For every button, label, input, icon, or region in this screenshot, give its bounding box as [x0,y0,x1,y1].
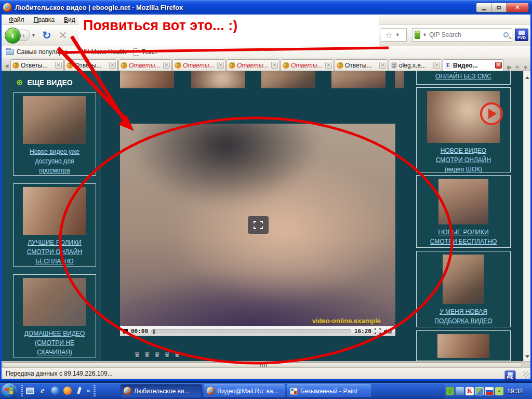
fvd-status-icon[interactable]: FVD [505,370,516,380]
tab-otvety-4[interactable]: ?Ответы...✕ [172,59,226,71]
restore-button[interactable] [491,3,507,12]
ad-thumbnail-placeholder[interactable] [437,334,489,358]
ad-link[interactable]: СМОТРИ БЕСПЛАТНО [419,237,508,246]
title-bar[interactable]: Любительское видео | eboogle.net - Mozil… [0,0,532,15]
tab-scroll-right-icon[interactable]: ▶ [507,64,511,71]
bookmark-mens-health[interactable]: MH Mens Health [82,48,126,56]
menu-view[interactable]: Вид [60,15,79,24]
video-thumbnail-placeholder[interactable] [395,71,404,88]
scroll-up-icon[interactable] [525,76,529,79]
reload-icon[interactable]: ↻ [42,29,51,42]
tray-language-ru-icon[interactable] [485,387,494,395]
menu-file[interactable]: Файл [5,15,29,24]
ad-link[interactable]: ЛУЧШИЕ РОЛИКИ [16,238,94,247]
minimize-button[interactable] [476,3,491,12]
video-player[interactable]: video-online.example 00:00 16:20 [120,124,395,336]
ad-link[interactable]: просмотра [16,166,94,175]
ad-link[interactable]: (СМОТРИ НЕ [16,338,94,348]
seek-thumb[interactable] [153,329,155,334]
search-icon[interactable] [503,32,509,37]
fullscreen-icon[interactable] [375,328,381,334]
play-stop-icon[interactable] [123,329,128,334]
video-thumbnail-placeholder[interactable] [191,71,245,88]
close-button[interactable]: ✕ [507,3,528,12]
task-button-paint[interactable]: Безымянный - Paint [287,384,371,397]
task-button-mailru[interactable]: Видео@Mail.Ru: ва... [204,384,285,397]
firefox-quicklaunch-icon[interactable] [62,385,73,396]
tray-network-monitor-icon[interactable] [456,387,464,395]
tab-close-icon[interactable]: ✕ [433,62,440,69]
tray-home-app-icon[interactable]: ⌂ [446,387,454,395]
tab-active-video[interactable]: EВидео...✕ [443,59,504,71]
seek-bar[interactable] [151,329,351,333]
ad-link[interactable]: У МЕНЯ НОВАЯ [419,307,508,316]
tab-otvety-6[interactable]: ?Ответы...✕ [281,59,334,71]
ad-link[interactable]: Новое видео уже [16,147,94,156]
tab-scroll-left-icon[interactable]: ◀ [3,60,10,71]
stop-icon[interactable]: ✕ [59,29,68,42]
history-dropdown-icon[interactable]: ▼ [31,33,36,38]
tray-wallet-icon[interactable]: ● [495,387,503,395]
ad-link[interactable]: БЕСПЛАТНО [16,257,94,266]
tab-otvety-1[interactable]: ?Ответы...✕ [10,59,64,71]
tab-close-icon[interactable]: ✕ [271,62,278,69]
vertical-scrollbar[interactable] [523,71,530,361]
search-engine-dropdown-icon[interactable]: ▼ [422,32,427,37]
tab-close-icon[interactable]: ✕ [495,62,502,69]
video-thumbnail-placeholder[interactable] [120,71,174,88]
ad-thumbnail-placeholder[interactable] [23,187,86,235]
volume-icon[interactable] [384,328,392,334]
ad-thumbnail-placeholder[interactable] [438,179,488,224]
ad-link[interactable]: ДОМАШНЕЕ ВИДЕО [16,329,94,338]
horizontal-scrollbar[interactable] [2,361,530,367]
scroll-down-icon[interactable] [525,355,529,358]
tab-otvety-7[interactable]: ?Ответы...✕ [335,59,388,71]
ad-link[interactable]: НОВОЕ ВИДЕО [419,146,508,155]
start-button[interactable] [2,383,17,398]
ad-link[interactable]: НОВЫЕ РОЛИКИ [419,228,508,237]
bookmark-text[interactable]: Текст [134,48,157,56]
paint-brush-icon[interactable] [74,385,84,396]
qip-engine-icon[interactable] [415,31,420,39]
menu-edit[interactable]: Правка [30,15,59,24]
fullscreen-overlay-button[interactable] [248,216,269,234]
bookmark-popular[interactable]: Самые популярнь... [6,48,74,56]
video-thumbnail-placeholder[interactable] [331,71,385,88]
ad-thumbnail-placeholder[interactable] [443,255,484,304]
ad-link[interactable]: ОНЛАЙН без СМС [419,72,508,81]
ad-link[interactable]: СМОТРИ ОНЛАЙН [419,155,508,165]
tray-image-app-icon[interactable] [475,387,484,395]
hscroll-thumb[interactable] [3,362,522,367]
bookmark-star-icon[interactable]: ☆ [385,30,392,40]
addressbar-dropdown-icon[interactable]: ▼ [395,32,400,37]
tab-otvety-3[interactable]: ?Ответы...✕ [118,59,172,71]
show-desktop-icon[interactable] [25,385,35,396]
fvd-downloader-icon[interactable]: FVD [515,29,528,41]
tab-otvety-2[interactable]: ?Ответы...✕ [64,59,118,71]
new-tab-icon[interactable]: ✛ [515,64,520,71]
tray-antivirus-icon[interactable]: K [466,387,474,395]
tab-close-icon[interactable]: ✕ [325,62,332,69]
list-tabs-icon[interactable]: ▼ [523,64,528,71]
tab-otvety-5[interactable]: ?Ответы...✕ [227,59,280,71]
ad-link[interactable]: СМОТРИ ОНЛАЙН [16,247,94,257]
ad-link[interactable]: ПОДБОРКА ВИДЕО [419,316,508,326]
ad-link[interactable]: (видео ШОК) [419,165,508,174]
ad-link[interactable]: доступно для [16,156,94,166]
tab-close-icon[interactable]: ✕ [163,62,170,69]
task-button-browser[interactable]: Любительское ви... [121,384,202,397]
search-input[interactable] [429,31,503,38]
tab-close-icon[interactable]: ✕ [55,62,62,69]
video-thumbnail-placeholder[interactable] [261,71,315,88]
resize-grip[interactable] [523,371,529,378]
browser-globe-icon[interactable] [50,385,60,396]
ad-thumbnail-placeholder[interactable] [23,278,86,326]
ad-link[interactable]: СКАЧИВАЯ) [16,348,94,357]
internet-explorer-icon[interactable]: e [37,385,48,396]
back-button[interactable]: ‹ [5,28,21,44]
tab-close-icon[interactable]: ✕ [217,62,224,69]
quicklaunch-expand-icon[interactable]: » [83,385,94,396]
play-button-icon[interactable] [480,102,503,125]
tab-oleg[interactable]: @oleg.x.e...✕ [389,59,442,71]
ad-thumbnail-placeholder[interactable] [23,96,86,144]
